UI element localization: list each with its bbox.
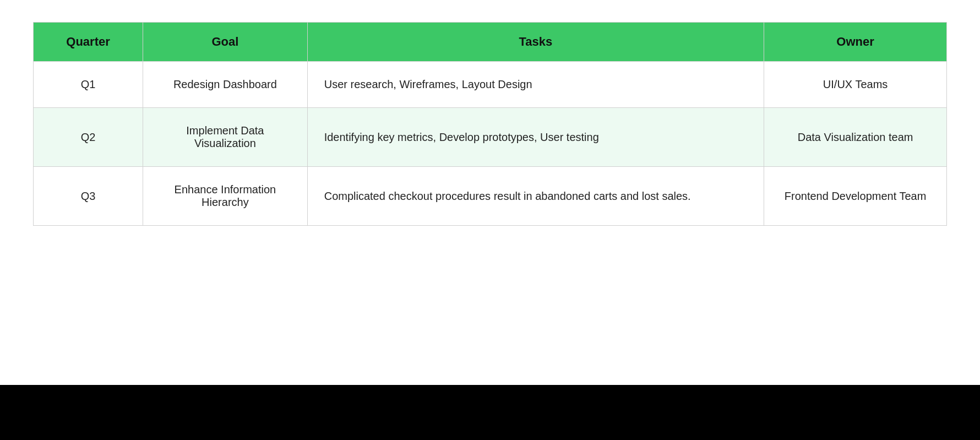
header-tasks: Tasks (307, 23, 764, 62)
row1-owner: UI/UX Teams (764, 62, 947, 108)
row3-goal: Enhance Information Hierarchy (143, 167, 308, 226)
row2-tasks: Identifying key metrics, Develop prototy… (307, 108, 764, 167)
row2-goal: Implement Data Visualization (143, 108, 308, 167)
table-row: Q3 Enhance Information Hierarchy Complic… (34, 167, 947, 226)
row1-goal: Redesign Dashboard (143, 62, 308, 108)
bottom-bar (0, 385, 980, 440)
row1-quarter: Q1 (34, 62, 143, 108)
roadmap-table: Quarter Goal Tasks Owner Q1 Redesign Das… (33, 22, 947, 226)
table-container: Quarter Goal Tasks Owner Q1 Redesign Das… (0, 0, 980, 385)
table-row: Q2 Implement Data Visualization Identify… (34, 108, 947, 167)
header-goal: Goal (143, 23, 308, 62)
row2-owner: Data Visualization team (764, 108, 947, 167)
row3-owner: Frontend Development Team (764, 167, 947, 226)
table-row: Q1 Redesign Dashboard User research, Wir… (34, 62, 947, 108)
table-header-row: Quarter Goal Tasks Owner (34, 23, 947, 62)
row3-quarter: Q3 (34, 167, 143, 226)
row2-quarter: Q2 (34, 108, 143, 167)
row1-tasks: User research, Wireframes, Layout Design (307, 62, 764, 108)
row3-tasks: Complicated checkout procedures result i… (307, 167, 764, 226)
header-owner: Owner (764, 23, 947, 62)
header-quarter: Quarter (34, 23, 143, 62)
